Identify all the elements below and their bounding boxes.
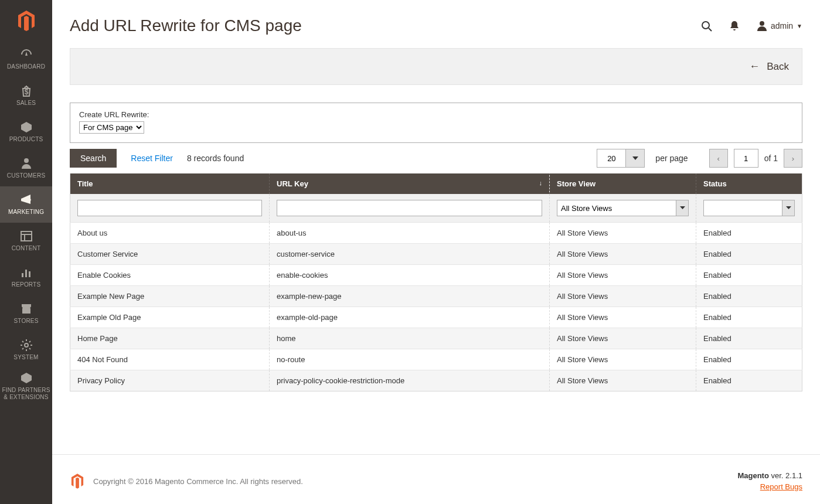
dashboard-icon	[20, 48, 33, 61]
user-menu[interactable]: admin ▼	[757, 21, 802, 31]
sidebar-item-marketing[interactable]: MARKETING	[0, 186, 52, 223]
cell-title: Home Page	[70, 328, 270, 349]
sidebar-item-stores[interactable]: STORES	[0, 295, 52, 332]
logo[interactable]	[0, 0, 52, 41]
sidebar-item-label: FIND PARTNERS & EXTENSIONS	[2, 387, 50, 401]
sidebar-item-label: SYSTEM	[13, 354, 38, 361]
table-row[interactable]: Enable Cookiesenable-cookiesAll Store Vi…	[70, 265, 802, 286]
cell-title: Privacy Policy	[70, 370, 270, 391]
footer-version: ver. 2.1.1	[769, 471, 802, 480]
reports-icon	[20, 266, 33, 279]
filter-store-view-select[interactable]: All Store Views	[557, 200, 676, 216]
grid-toolbar: Search Reset Filter 8 records found per …	[70, 149, 802, 168]
sidebar-item-reports[interactable]: REPORTS	[0, 259, 52, 295]
cell-url_key: customer-service	[270, 244, 550, 265]
marketing-icon	[20, 193, 33, 206]
table-row[interactable]: Example New Pageexample-new-pageAll Stor…	[70, 286, 802, 307]
next-page-button[interactable]: ›	[784, 149, 802, 168]
sidebar-item-label: PRODUCTS	[9, 136, 43, 143]
admin-sidebar: DASHBOARDSALESPRODUCTSCUSTOMERSMARKETING…	[0, 0, 52, 504]
page-size-dropdown[interactable]	[626, 149, 645, 168]
table-row[interactable]: Customer Servicecustomer-serviceAll Stor…	[70, 244, 802, 265]
chevron-down-icon	[676, 200, 689, 216]
cell-status: Enabled	[696, 307, 802, 328]
table-row[interactable]: 404 Not Foundno-routeAll Store ViewsEnab…	[70, 349, 802, 370]
per-page-label: per page	[655, 154, 688, 163]
table-row[interactable]: Home PagehomeAll Store ViewsEnabled	[70, 328, 802, 349]
sort-indicator-icon: ↓	[539, 179, 543, 186]
table-row[interactable]: Privacy Policyprivacy-policy-cookie-rest…	[70, 370, 802, 391]
sidebar-item-label: CONTENT	[12, 245, 41, 252]
sidebar-item-dashboard[interactable]: DASHBOARD	[0, 41, 52, 77]
user-icon	[757, 21, 767, 31]
sidebar-item-label: STORES	[13, 318, 38, 325]
cell-title: About us	[70, 223, 270, 244]
sidebar-item-label: CUSTOMERS	[7, 172, 46, 179]
filter-title-input[interactable]	[77, 200, 262, 216]
magento-logo-icon	[70, 472, 85, 490]
cell-status: Enabled	[696, 223, 802, 244]
footer-brand: Magento	[737, 471, 768, 480]
partners-icon	[20, 372, 33, 384]
system-icon	[20, 339, 33, 352]
records-found: 8 records found	[187, 154, 244, 163]
notifications-icon[interactable]	[729, 20, 740, 32]
cell-title: Example Old Page	[70, 307, 270, 328]
create-rewrite-selector: Create URL Rewrite: For CMS page	[70, 103, 802, 143]
caret-down-icon: ▼	[797, 23, 802, 29]
page-title: Add URL Rewrite for CMS page	[70, 16, 700, 35]
cell-store: All Store Views	[550, 307, 696, 328]
sidebar-item-label: DASHBOARD	[7, 63, 45, 70]
action-bar: ← Back	[70, 48, 802, 85]
cell-url_key: example-old-page	[270, 307, 550, 328]
cell-store: All Store Views	[550, 223, 696, 244]
cell-title: Enable Cookies	[70, 265, 270, 286]
search-icon[interactable]	[700, 20, 712, 32]
back-button[interactable]: ← Back	[749, 60, 789, 73]
sidebar-item-products[interactable]: PRODUCTS	[0, 114, 52, 150]
col-header-store-view[interactable]: Store View	[550, 173, 696, 194]
cell-store: All Store Views	[550, 265, 696, 286]
table-row[interactable]: Example Old Pageexample-old-pageAll Stor…	[70, 307, 802, 328]
filter-url-key-input[interactable]	[277, 200, 542, 216]
col-header-url-key[interactable]: URL Key↓	[270, 173, 550, 194]
sidebar-item-label: SALES	[16, 100, 36, 107]
magento-logo-icon	[16, 9, 37, 33]
sidebar-item-partners[interactable]: FIND PARTNERS & EXTENSIONS	[0, 368, 52, 404]
cell-url_key: home	[270, 328, 550, 349]
back-label: Back	[767, 61, 789, 73]
cell-url_key: no-route	[270, 349, 550, 370]
cell-status: Enabled	[696, 286, 802, 307]
cell-url_key: example-new-page	[270, 286, 550, 307]
selector-label: Create URL Rewrite:	[79, 110, 793, 119]
col-header-title[interactable]: Title	[70, 173, 270, 194]
prev-page-button[interactable]: ‹	[709, 149, 728, 168]
sidebar-item-content[interactable]: CONTENT	[0, 223, 52, 259]
cell-status: Enabled	[696, 349, 802, 370]
search-button[interactable]: Search	[70, 149, 117, 168]
current-page-input[interactable]	[734, 149, 758, 168]
cell-status: Enabled	[696, 244, 802, 265]
table-row[interactable]: About usabout-usAll Store ViewsEnabled	[70, 223, 802, 244]
sidebar-item-sales[interactable]: SALES	[0, 77, 52, 114]
sales-icon	[20, 84, 33, 97]
products-icon	[20, 121, 33, 134]
sidebar-item-customers[interactable]: CUSTOMERS	[0, 150, 52, 186]
cell-title: Customer Service	[70, 244, 270, 265]
cms-pages-grid: Title URL Key↓ Store View Status All Sto…	[70, 173, 802, 391]
col-header-status[interactable]: Status	[696, 173, 802, 194]
copyright-text: Copyright © 2016 Magento Commerce Inc. A…	[93, 477, 737, 486]
report-bugs-link[interactable]: Report Bugs	[737, 482, 802, 491]
sidebar-item-label: MARKETING	[8, 209, 44, 216]
sidebar-item-system[interactable]: SYSTEM	[0, 332, 52, 368]
cell-url_key: about-us	[270, 223, 550, 244]
customers-icon	[20, 157, 33, 170]
reset-filter-link[interactable]: Reset Filter	[131, 154, 173, 163]
cell-status: Enabled	[696, 370, 802, 391]
cell-title: Example New Page	[70, 286, 270, 307]
rewrite-type-select[interactable]: For CMS page	[79, 121, 144, 134]
filter-status-select[interactable]	[703, 200, 782, 216]
page-size-input[interactable]	[597, 149, 626, 168]
page-footer: Copyright © 2016 Magento Commerce Inc. A…	[52, 454, 820, 504]
cell-url_key: enable-cookies	[270, 265, 550, 286]
